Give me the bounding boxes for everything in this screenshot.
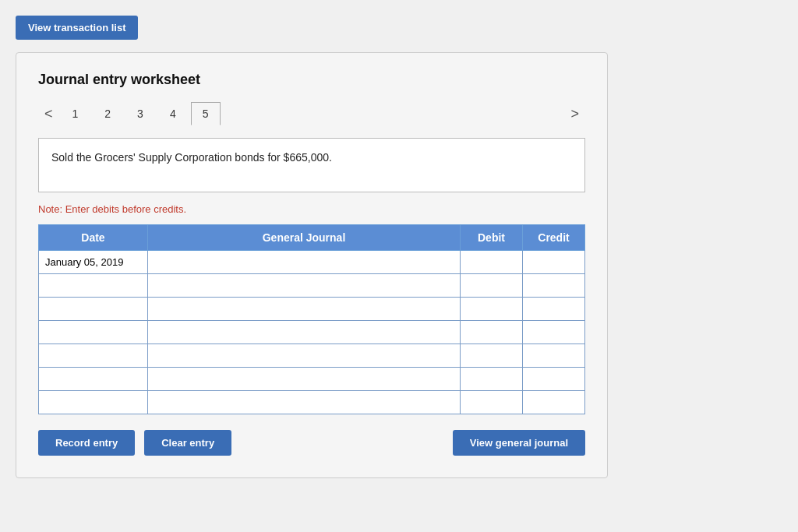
header-credit: Credit — [523, 225, 585, 251]
table-row — [39, 391, 585, 414]
input-debit-1[interactable] — [465, 276, 517, 295]
cell-credit-1[interactable] — [523, 274, 585, 298]
input-debit-5[interactable] — [465, 369, 517, 389]
cell-credit-5[interactable] — [523, 368, 585, 391]
input-date-6[interactable] — [44, 393, 143, 412]
header-general-journal: General Journal — [148, 225, 461, 251]
cell-date-5[interactable] — [39, 368, 148, 391]
input-date-3[interactable] — [44, 322, 143, 342]
worksheet-title: Journal entry worksheet — [38, 72, 585, 88]
table-row — [39, 344, 585, 368]
input-debit-2[interactable] — [465, 299, 517, 319]
description-box: Sold the Grocers' Supply Corporation bon… — [38, 138, 585, 192]
table-row — [39, 368, 585, 391]
prev-tab-arrow[interactable]: < — [38, 104, 59, 124]
input-debit-6[interactable] — [465, 393, 517, 412]
cell-credit-3[interactable] — [523, 321, 585, 344]
input-date-0[interactable] — [44, 252, 143, 272]
cell-date-2[interactable] — [39, 298, 148, 321]
journal-table: Date General Journal Debit Credit — [38, 224, 585, 414]
cell-debit-3[interactable] — [461, 321, 523, 344]
input-date-2[interactable] — [44, 299, 143, 319]
cell-debit-5[interactable] — [461, 368, 523, 391]
input-credit-5[interactable] — [528, 369, 580, 389]
worksheet-container: Journal entry worksheet < 1 2 3 4 5 > So… — [16, 52, 608, 478]
cell-general-3[interactable] — [148, 321, 461, 344]
clear-entry-button[interactable]: Clear entry — [144, 430, 231, 456]
input-debit-4[interactable] — [465, 346, 517, 365]
input-credit-0[interactable] — [528, 252, 580, 272]
input-date-4[interactable] — [44, 346, 143, 365]
view-transaction-button[interactable]: View transaction list — [16, 16, 138, 40]
cell-general-6[interactable] — [148, 391, 461, 414]
table-row — [39, 321, 585, 344]
tab-5[interactable]: 5 — [191, 102, 221, 125]
input-general-0[interactable] — [153, 252, 455, 272]
note-text: Note: Enter debits before credits. — [38, 203, 585, 215]
input-debit-0[interactable] — [465, 252, 517, 272]
cell-date-1[interactable] — [39, 274, 148, 298]
cell-debit-4[interactable] — [461, 344, 523, 368]
cell-general-5[interactable] — [148, 368, 461, 391]
input-general-1[interactable] — [153, 276, 455, 295]
input-debit-3[interactable] — [465, 322, 517, 342]
cell-credit-6[interactable] — [523, 391, 585, 414]
cell-date-4[interactable] — [39, 344, 148, 368]
cell-credit-4[interactable] — [523, 344, 585, 368]
record-entry-button[interactable]: Record entry — [38, 430, 135, 456]
cell-general-0[interactable] — [148, 251, 461, 274]
table-header-row: Date General Journal Debit Credit — [39, 225, 585, 251]
cell-debit-1[interactable] — [461, 274, 523, 298]
input-general-6[interactable] — [153, 393, 455, 412]
cell-debit-6[interactable] — [461, 391, 523, 414]
table-body — [39, 251, 585, 414]
tab-4[interactable]: 4 — [158, 102, 188, 125]
cell-debit-0[interactable] — [461, 251, 523, 274]
cell-date-3[interactable] — [39, 321, 148, 344]
input-date-1[interactable] — [44, 276, 143, 295]
input-credit-3[interactable] — [528, 322, 580, 342]
header-date: Date — [39, 225, 148, 251]
tabs-row: < 1 2 3 4 5 > — [38, 102, 585, 125]
table-row — [39, 274, 585, 298]
cell-credit-2[interactable] — [523, 298, 585, 321]
cell-date-6[interactable] — [39, 391, 148, 414]
input-credit-1[interactable] — [528, 276, 580, 295]
cell-general-2[interactable] — [148, 298, 461, 321]
table-row — [39, 298, 585, 321]
tab-3[interactable]: 3 — [125, 102, 155, 125]
header-debit: Debit — [461, 225, 523, 251]
input-general-4[interactable] — [153, 346, 455, 365]
view-general-journal-button[interactable]: View general journal — [453, 430, 585, 456]
input-general-3[interactable] — [153, 322, 455, 342]
input-general-5[interactable] — [153, 369, 455, 389]
table-row — [39, 251, 585, 274]
cell-date-0[interactable] — [39, 251, 148, 274]
input-date-5[interactable] — [44, 369, 143, 389]
tab-1[interactable]: 1 — [61, 102, 90, 125]
cell-credit-0[interactable] — [523, 251, 585, 274]
action-buttons-row: Record entry Clear entry View general jo… — [38, 430, 585, 456]
input-credit-6[interactable] — [528, 393, 580, 412]
input-general-2[interactable] — [153, 299, 455, 319]
input-credit-2[interactable] — [528, 299, 580, 319]
tab-2[interactable]: 2 — [93, 102, 122, 125]
page-wrapper: View transaction list Journal entry work… — [16, 16, 782, 478]
next-tab-arrow[interactable]: > — [564, 104, 585, 124]
cell-general-1[interactable] — [148, 274, 461, 298]
input-credit-4[interactable] — [528, 346, 580, 365]
cell-debit-2[interactable] — [461, 298, 523, 321]
cell-general-4[interactable] — [148, 344, 461, 368]
